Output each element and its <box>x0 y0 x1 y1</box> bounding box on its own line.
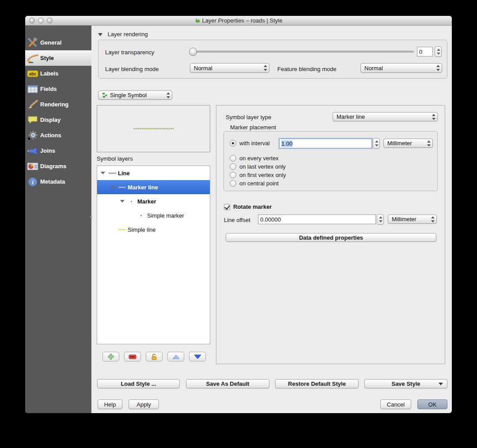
qgis-logo-icon <box>195 18 201 23</box>
expander-triangle-icon[interactable] <box>101 172 105 174</box>
title-bar[interactable]: Layer Properties – roads | Style <box>25 16 452 26</box>
symbol-layer-type-dropdown[interactable]: Marker line <box>333 112 438 121</box>
updown-arrows-icon <box>431 216 435 222</box>
save-as-default-button[interactable]: Save As Default <box>186 379 269 388</box>
sidebar-item-label: Joins <box>40 147 55 154</box>
restore-default-style-button[interactable]: Restore Default Style <box>275 379 359 388</box>
feature-blending-value: Normal <box>364 65 383 72</box>
ok-button[interactable]: OK <box>417 399 447 409</box>
sidebar-item-display[interactable]: Display <box>25 112 91 128</box>
minus-icon <box>129 354 136 359</box>
line-offset-unit-dropdown[interactable]: Millimeter <box>388 215 437 224</box>
remove-symbol-layer-button[interactable] <box>124 352 141 361</box>
interval-stepper[interactable] <box>373 138 380 149</box>
with-interval-radio[interactable] <box>230 140 236 147</box>
plus-icon <box>108 354 114 360</box>
line-icon <box>109 173 116 174</box>
data-defined-properties-button[interactable]: Data defined properties <box>226 233 436 242</box>
transparency-stepper[interactable] <box>435 46 442 57</box>
renderer-type-value: Single Symbol <box>110 92 147 98</box>
abc-tag-icon: abc <box>25 70 40 77</box>
up-triangle-icon <box>172 354 180 359</box>
interval-unit-dropdown[interactable]: Millimeter <box>383 139 433 148</box>
join-arrow-icon <box>25 147 40 155</box>
sidebar-item-joins[interactable]: Joins <box>25 143 91 158</box>
sidebar-item-metadata[interactable]: iMetadata <box>25 174 91 189</box>
placement-radio-row-on-central-point[interactable]: on central point <box>230 180 279 187</box>
symbol-layer-row-simple-marker[interactable]: Simple marker <box>97 208 210 222</box>
load-style-label: Load Style ... <box>121 380 156 387</box>
symbol-layer-label: Marker line <box>128 184 158 191</box>
lock-color-button[interactable] <box>146 352 163 361</box>
expander-triangle-icon[interactable] <box>110 186 115 188</box>
symbol-layer-properties-panel: Symbol layer type Marker line Marker pla… <box>216 105 445 364</box>
interval-input[interactable]: 1.00 <box>279 139 372 148</box>
sidebar-item-labels[interactable]: abcLabels <box>25 66 91 81</box>
symbol-layer-row-marker-line[interactable]: Marker line <box>97 180 210 194</box>
splitter-handle[interactable] <box>89 215 93 218</box>
sidebar-item-label: Labels <box>40 70 58 77</box>
load-style-button[interactable]: Load Style ... <box>97 379 180 388</box>
transparency-value-input[interactable]: 0 <box>417 47 433 56</box>
renderer-type-dropdown[interactable]: Single Symbol <box>98 90 172 100</box>
line-offset-stepper[interactable] <box>377 214 384 225</box>
placement-radio-row-on-every-vertex[interactable]: on every vertex <box>230 155 279 162</box>
updown-arrows-icon <box>263 65 267 71</box>
restore-default-style-label: Restore Default Style <box>288 380 346 387</box>
sidebar-item-label: Metadata <box>40 178 65 185</box>
rotate-marker-checkbox[interactable] <box>224 204 230 210</box>
layer-blending-dropdown[interactable]: Normal <box>190 63 269 73</box>
sidebar-item-label: General <box>40 39 61 46</box>
updown-arrows-icon <box>166 92 170 98</box>
transparency-slider[interactable] <box>190 51 414 53</box>
symbol-layer-row-marker[interactable]: Marker <box>97 194 210 208</box>
radio-button[interactable] <box>230 155 236 162</box>
simple-marker-icon <box>140 215 142 216</box>
sidebar-item-rendering[interactable]: Rendering <box>25 97 91 112</box>
help-label: Help <box>104 401 116 408</box>
sidebar: GeneralStyleabcLabelsFieldsRenderingDisp… <box>25 26 91 413</box>
sidebar-item-style[interactable]: Style <box>25 50 91 66</box>
sidebar-item-fields[interactable]: Fields <box>25 81 91 97</box>
radio-label: on first vertex only <box>239 172 286 178</box>
rotate-marker-row[interactable]: Rotate marker <box>224 203 272 210</box>
radio-button[interactable] <box>230 163 236 170</box>
expander-triangle-icon[interactable] <box>120 200 125 203</box>
symbol-preview <box>97 105 210 152</box>
symbol-layer-label: Line <box>118 170 130 177</box>
transparency-slider-thumb[interactable] <box>189 48 197 56</box>
help-button[interactable]: Help <box>98 399 122 409</box>
move-layer-down-button[interactable] <box>189 352 206 361</box>
line-offset-unit-value: Millimeter <box>392 216 416 222</box>
symbol-layer-type-label: Symbol layer type <box>226 114 271 120</box>
radio-button[interactable] <box>230 172 236 178</box>
layer-rendering-label: Layer rendering <box>108 31 148 38</box>
sidebar-item-actions[interactable]: Actions <box>25 128 91 143</box>
symbol-layer-row-line[interactable]: Line <box>97 166 210 180</box>
apply-button[interactable]: Apply <box>129 399 159 409</box>
move-layer-up-button[interactable] <box>167 352 184 361</box>
symbol-layer-label: Simple line <box>128 226 156 233</box>
radio-button[interactable] <box>230 180 236 187</box>
with-interval-radio-row[interactable]: with interval <box>230 140 270 147</box>
sidebar-item-general[interactable]: General <box>25 35 91 50</box>
cancel-label: Cancel <box>387 401 405 408</box>
render-brush-icon <box>25 100 40 109</box>
radio-label: on last vertex only <box>239 163 286 170</box>
speech-bubble-icon <box>25 116 40 124</box>
marker-placement-group: with interval 1.00 Millimeter on every v… <box>223 131 438 191</box>
add-symbol-layer-button[interactable] <box>102 352 119 361</box>
symbol-layers-label: Symbol layers <box>97 155 133 162</box>
simple-line-icon <box>118 229 126 230</box>
layer-rendering-header[interactable]: Layer rendering <box>98 31 148 38</box>
cancel-button[interactable]: Cancel <box>380 399 411 409</box>
line-offset-input[interactable]: 0.00000 <box>258 215 376 224</box>
save-style-dropdown-button[interactable]: Save Style <box>364 379 447 388</box>
symbol-layer-row-simple-line[interactable]: Simple line <box>97 222 210 237</box>
single-symbol-icon <box>102 92 108 98</box>
placement-radio-row-on-last-vertex-only[interactable]: on last vertex only <box>230 163 286 170</box>
feature-blending-dropdown[interactable]: Normal <box>360 63 442 73</box>
sidebar-item-diagrams[interactable]: Diagrams <box>25 158 91 174</box>
placement-radio-row-on-first-vertex-only[interactable]: on first vertex only <box>230 172 286 178</box>
symbol-layer-type-value: Marker line <box>337 113 365 120</box>
